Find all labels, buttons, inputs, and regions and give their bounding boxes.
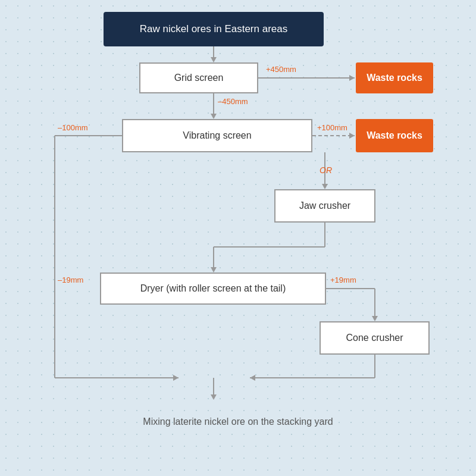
dryer-box: Dryer (with roller screen at the tail) — [100, 273, 326, 305]
or-label: OR — [320, 165, 332, 175]
waste-rocks-1-box: Waste rocks — [356, 62, 433, 93]
svg-marker-1 — [211, 57, 217, 62]
raw-nickel-box: Raw nickel ores in Eastern areas — [104, 12, 324, 46]
svg-marker-18 — [372, 316, 378, 321]
plus100-label: +100mm — [317, 123, 347, 132]
grid-screen-label: Grid screen — [174, 73, 224, 83]
svg-marker-15 — [211, 267, 217, 273]
svg-marker-7 — [349, 133, 355, 139]
jaw-crusher-box: Jaw crusher — [274, 189, 375, 223]
cone-crusher-box: Cone crusher — [320, 321, 430, 355]
svg-marker-23 — [211, 394, 217, 400]
mixing-label: Mixing laterite nickel ore on the stacki… — [89, 416, 387, 427]
minus450-label: –450mm — [218, 97, 248, 106]
grid-screen-box: Grid screen — [139, 62, 258, 93]
svg-marker-5 — [211, 114, 217, 119]
minus100-label: –100mm — [58, 123, 88, 132]
svg-marker-3 — [349, 75, 355, 81]
vibrating-screen-box: Vibrating screen — [122, 119, 312, 152]
svg-marker-25 — [322, 184, 328, 189]
waste-rocks-1-label: Waste rocks — [367, 73, 422, 83]
jaw-crusher-label: Jaw crusher — [299, 201, 350, 211]
dryer-label: Dryer (with roller screen at the tail) — [140, 283, 286, 294]
waste-rocks-2-box: Waste rocks — [356, 119, 433, 152]
svg-marker-11 — [173, 375, 178, 381]
cone-crusher-label: Cone crusher — [346, 333, 403, 343]
diagram: Raw nickel ores in Eastern areas Grid sc… — [0, 0, 476, 476]
svg-marker-21 — [250, 375, 255, 381]
plus19-label: +19mm — [330, 275, 356, 284]
plus450-label: +450mm — [266, 65, 296, 74]
waste-rocks-2-label: Waste rocks — [367, 130, 422, 141]
vibrating-screen-label: Vibrating screen — [183, 130, 251, 141]
raw-nickel-label: Raw nickel ores in Eastern areas — [140, 23, 288, 35]
minus19-label: –19mm — [58, 275, 83, 284]
